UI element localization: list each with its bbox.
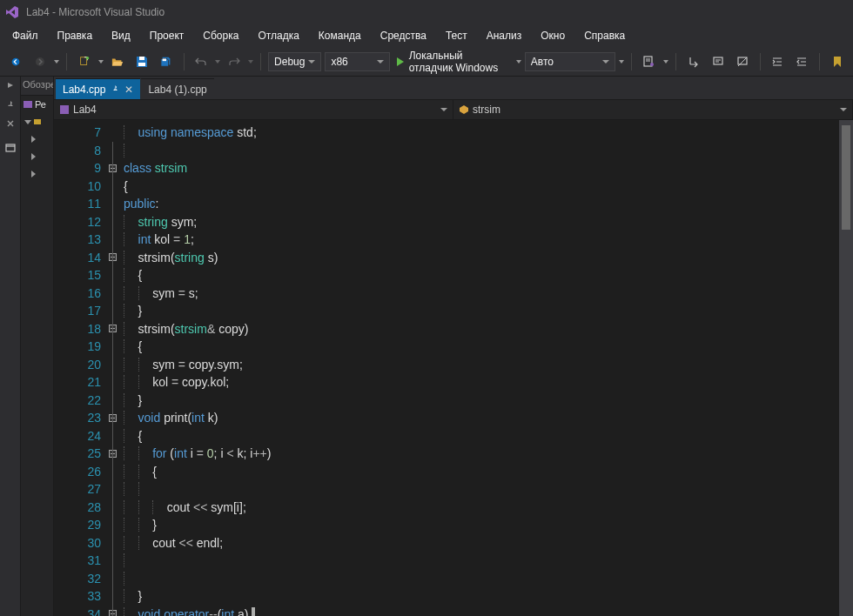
code-line[interactable]: } — [124, 587, 853, 606]
code-line[interactable]: cout << endl; — [124, 534, 853, 552]
window-icon[interactable] — [3, 141, 17, 155]
class-icon — [459, 104, 469, 115]
find-in-files-button[interactable] — [639, 51, 660, 72]
code-line[interactable]: for (int i = 0; i < k; i++) — [124, 445, 853, 463]
fold-cell — [106, 499, 118, 517]
code-line[interactable]: { — [124, 177, 853, 196]
undo-button[interactable] — [191, 51, 212, 72]
tree-row[interactable] — [21, 148, 53, 165]
find-dropdown[interactable] — [663, 52, 668, 71]
fold-cell — [106, 338, 118, 356]
code-line[interactable]: { — [124, 463, 853, 481]
new-file-button[interactable] — [74, 51, 95, 72]
nav-history-dropdown[interactable] — [54, 52, 59, 71]
code-line[interactable]: string sym; — [124, 213, 853, 231]
menu-сборка[interactable]: Сборка — [194, 26, 247, 45]
member-combo[interactable]: strsim — [453, 100, 853, 119]
code-line[interactable]: } — [124, 516, 853, 534]
undo-dropdown[interactable] — [215, 52, 220, 71]
code-line[interactable]: sym = copy.sym; — [124, 356, 853, 374]
code-line[interactable] — [124, 552, 853, 570]
fold-cell — [106, 195, 118, 213]
open-file-button[interactable] — [107, 51, 128, 72]
comment-button[interactable] — [708, 51, 729, 72]
code-editor[interactable]: 7891011121314151617181920212223242526272… — [54, 120, 853, 616]
menu-команда[interactable]: Команда — [310, 26, 370, 45]
scope-label: Lab4 — [73, 104, 97, 116]
indent-button[interactable] — [767, 51, 788, 72]
solution-row[interactable]: Ре — [21, 96, 53, 113]
code-line[interactable]: void operator--(int a) — [124, 606, 853, 617]
folder-icon — [33, 117, 42, 126]
code-line[interactable]: cout << sym[i]; — [124, 499, 853, 517]
save-all-button[interactable] — [156, 51, 177, 72]
code-line[interactable]: { — [124, 338, 853, 356]
menu-отладка[interactable]: Отладка — [249, 26, 307, 45]
code-line[interactable]: public: — [124, 195, 853, 213]
code-line[interactable] — [124, 480, 853, 499]
bookmark-button[interactable] — [827, 51, 848, 72]
code-line[interactable] — [124, 142, 853, 160]
platform-combo[interactable]: x86 — [325, 52, 389, 71]
code-line[interactable]: strsim(string s) — [124, 249, 853, 267]
code-line[interactable]: } — [124, 392, 853, 410]
close-icon[interactable] — [3, 117, 17, 131]
fold-cell — [106, 356, 118, 374]
tree-row[interactable] — [21, 113, 53, 131]
menu-вид[interactable]: Вид — [103, 26, 139, 45]
menu-анализ[interactable]: Анализ — [478, 26, 531, 45]
menu-справка[interactable]: Справка — [575, 26, 634, 45]
code-line[interactable]: class strsim — [124, 159, 853, 177]
line-number: 7 — [54, 124, 106, 142]
svg-rect-5 — [138, 63, 145, 66]
menu-файл[interactable]: Файл — [3, 26, 47, 45]
line-number: 13 — [54, 231, 106, 249]
start-debug-button[interactable]: Локальный отладчик Windows — [393, 51, 513, 72]
menu-окно[interactable]: Окно — [532, 26, 574, 45]
tool-window-chevron-icon[interactable] — [3, 78, 17, 92]
step-into-button[interactable] — [683, 51, 704, 72]
scrollbar-thumb[interactable] — [842, 125, 850, 230]
redo-button — [224, 51, 245, 72]
vertical-scrollbar[interactable] — [839, 120, 853, 616]
new-file-dropdown[interactable] — [98, 52, 104, 71]
config-combo[interactable]: Debug — [268, 52, 321, 71]
tree-row[interactable] — [21, 131, 53, 148]
menu-тест[interactable]: Тест — [437, 26, 476, 45]
line-number: 20 — [54, 356, 106, 374]
debug-type-dropdown[interactable] — [619, 52, 624, 71]
tree-row[interactable] — [21, 165, 53, 183]
separator — [184, 53, 185, 70]
menu-средства[interactable]: Средства — [372, 26, 435, 45]
save-button[interactable] — [131, 51, 152, 72]
line-number: 16 — [54, 285, 106, 303]
pin-icon[interactable] — [111, 85, 119, 94]
code-line[interactable] — [124, 570, 853, 588]
code-text[interactable]: using namespace std; class strsim{public… — [118, 120, 853, 616]
pin-icon[interactable] — [3, 97, 17, 111]
chevron-right-icon — [31, 136, 36, 143]
code-line[interactable]: strsim(strsim& copy) — [124, 320, 853, 338]
line-number: 26 — [54, 463, 106, 481]
code-line[interactable]: { — [124, 266, 853, 285]
tab-lab4--1--cpp[interactable]: Lab4 (1).cpp — [141, 78, 213, 99]
outdent-button[interactable] — [791, 51, 812, 72]
nav-back-button[interactable] — [5, 51, 26, 72]
code-line[interactable]: void print(int k) — [124, 409, 853, 427]
separator — [631, 53, 632, 70]
uncomment-button[interactable] — [732, 51, 753, 72]
code-line[interactable]: using namespace std; — [124, 124, 853, 142]
menu-правка[interactable]: Правка — [49, 26, 102, 45]
debug-type-combo[interactable]: Авто — [525, 52, 615, 71]
play-icon — [397, 57, 404, 66]
code-line[interactable]: int kol = 1; — [124, 231, 853, 249]
code-line[interactable]: } — [124, 302, 853, 320]
debug-target-dropdown[interactable] — [516, 52, 521, 71]
close-tab-icon[interactable]: ✕ — [124, 84, 133, 96]
menu-проект[interactable]: Проект — [141, 26, 193, 45]
scope-combo[interactable]: Lab4 — [54, 100, 453, 119]
tab-lab4-cpp[interactable]: Lab4.cpp✕ — [56, 78, 140, 99]
code-line[interactable]: sym = s; — [124, 285, 853, 303]
code-line[interactable]: kol = copy.kol; — [124, 373, 853, 392]
code-line[interactable]: { — [124, 427, 853, 445]
